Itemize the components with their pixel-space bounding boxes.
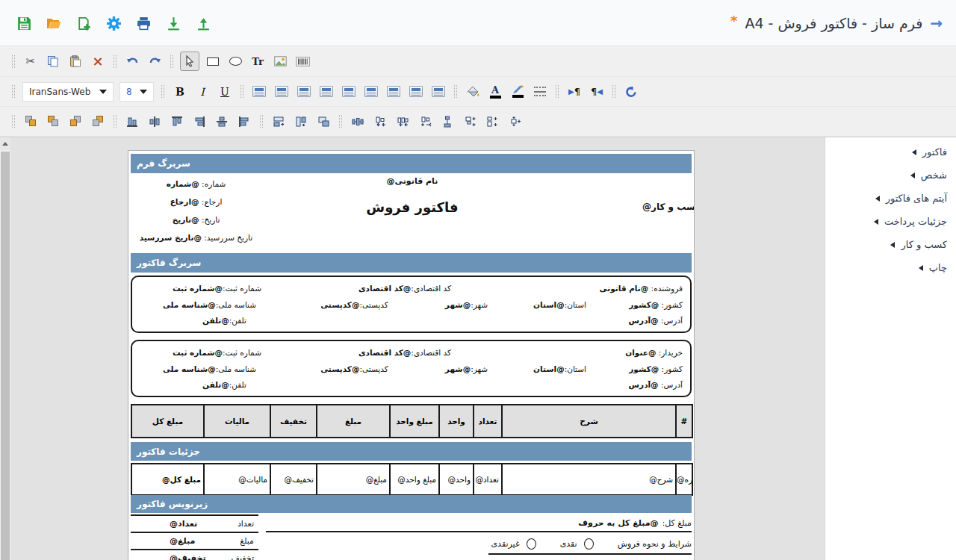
settings-button[interactable]	[99, 8, 128, 38]
align-bottom-edges-button[interactable]	[123, 113, 141, 130]
invoice-title[interactable]: فاکتور فروش	[297, 199, 528, 215]
buyer-registration-number[interactable]: شماره ثبت:@شماره ثبت	[134, 348, 300, 357]
font-color-button[interactable]: A	[486, 83, 504, 100]
invoice-page-canvas[interactable]: سربرگ فرم شماره: @شماره ارجاع: @ارجاع تا…	[128, 150, 695, 560]
seller-country[interactable]: کشور: @کشور	[610, 300, 689, 309]
scroll-up-button[interactable]	[0, 137, 10, 150]
increase-spacing-button[interactable]	[506, 113, 524, 130]
make-height-equal-button[interactable]	[394, 113, 412, 130]
make-same-height-button[interactable]	[292, 113, 310, 130]
col-header-description[interactable]: شرح	[501, 404, 675, 438]
align-bottom-left-button[interactable]	[385, 83, 403, 100]
field-reference[interactable]: ارجاع: @ارجاع	[134, 193, 258, 211]
total-in-words[interactable]: مبلغ کل: @مبلغ کل به حروف	[266, 514, 692, 532]
seller-name[interactable]: فروشنده: @نام قانونی	[509, 284, 689, 293]
scrollbar-thumb[interactable]	[1, 152, 10, 560]
col-header-unit-price[interactable]: مبلغ واحد	[389, 404, 438, 438]
toolbar-drag-handle[interactable]	[161, 85, 164, 98]
make-same-width-button[interactable]	[270, 113, 288, 130]
legal-name-placeholder[interactable]: @نام قانونی	[297, 176, 528, 186]
image-tool-button[interactable]	[271, 53, 289, 70]
align-middle-center-button[interactable]	[340, 83, 358, 100]
sale-terms-row[interactable]: شرایط و نحوه فروش نقدی غیرنقدی	[488, 535, 692, 555]
row-cell-total[interactable]: @مبلغ کل	[131, 463, 203, 496]
col-header-amount[interactable]: مبلغ	[316, 404, 389, 438]
send-to-back-button[interactable]	[89, 113, 107, 130]
select-tool-button[interactable]	[180, 52, 199, 71]
buyer-address[interactable]: آدرس: @آدرس	[315, 380, 689, 389]
toolbar-drag-handle[interactable]	[12, 55, 15, 68]
seller-info-box[interactable]: فروشنده: @نام قانونی کد اقتصادی:@کد اقتص…	[131, 276, 692, 333]
font-family-select[interactable]: IranSans-Web	[22, 82, 114, 102]
delete-button[interactable]: ×	[89, 53, 107, 70]
field-number[interactable]: شماره: @شماره	[134, 175, 258, 193]
toolbar-drag-handle[interactable]	[612, 85, 615, 98]
sidebar-item-print[interactable]: چاپ	[825, 256, 947, 279]
items-table-row[interactable]: @شماره @شرح @تعداد @واحد @مبلغ واحد @مبل…	[131, 463, 693, 496]
seller-national-id[interactable]: شناسه ملی:@شناسه ملی	[134, 300, 285, 309]
center-vertical-button[interactable]	[213, 113, 231, 130]
toolbar-drag-handle[interactable]	[454, 85, 457, 98]
col-header-discount[interactable]: تخفیف	[270, 404, 316, 438]
cut-button[interactable]: ✂	[22, 53, 40, 70]
row-cell-tax[interactable]: @مالیات	[203, 463, 270, 496]
seller-city[interactable]: شهر:@شهر	[423, 300, 509, 309]
col-header-quantity[interactable]: تعداد	[473, 404, 501, 438]
sidebar-item-business[interactable]: کسب و کار	[825, 233, 947, 256]
field-date[interactable]: تاریخ: @تاریخ	[134, 211, 258, 228]
refresh-button[interactable]	[622, 83, 640, 100]
buyer-info-box[interactable]: خریدار: @عنوان کد اقتصادی:@کد اقتصادی شم…	[131, 340, 692, 397]
align-left-edges-button[interactable]	[235, 113, 253, 130]
upload-button[interactable]	[188, 8, 218, 38]
section-band-form-header[interactable]: سربرگ فرم	[131, 154, 692, 173]
toolbar-drag-handle[interactable]	[556, 85, 559, 98]
buyer-phone[interactable]: تلفن:@تلفن	[134, 380, 315, 389]
rtl-paragraph-button[interactable]: ¶◀	[588, 83, 606, 100]
business-logo-placeholder[interactable]: @لوگوی کسب و کار	[642, 202, 695, 212]
buyer-title[interactable]: خریدار: @عنوان	[509, 348, 689, 357]
redo-button[interactable]	[146, 53, 164, 70]
form-header-fields[interactable]: شماره: @شماره ارجاع: @ارجاع تاریخ: @تاری…	[134, 175, 258, 246]
row-cell-discount[interactable]: @تخفیف	[270, 463, 316, 496]
borders-button[interactable]	[531, 83, 549, 100]
increase-horizontal-spacing-button[interactable]	[461, 113, 479, 130]
align-bottom-right-button[interactable]	[429, 83, 447, 100]
footer-total-amount[interactable]: مبلغ@مبلغ	[131, 533, 258, 550]
row-cell-unit[interactable]: @واحد	[438, 463, 473, 496]
underline-button[interactable]: U	[216, 83, 234, 100]
save-button[interactable]	[9, 8, 39, 38]
buyer-national-id[interactable]: شناسه ملی:@شناسه ملی	[134, 364, 285, 373]
toolbar-drag-handle[interactable]	[114, 115, 117, 128]
make-size-equal-button[interactable]	[416, 113, 434, 130]
seller-address[interactable]: آدرس: @آدرس	[315, 316, 689, 325]
align-middle-left-button[interactable]	[317, 83, 335, 100]
italic-button[interactable]: I	[193, 83, 211, 100]
back-arrow-icon[interactable]: →	[930, 14, 943, 32]
ltr-paragraph-button[interactable]: ▶¶	[565, 83, 583, 100]
center-in-page-button[interactable]	[438, 113, 456, 130]
footer-total-discount[interactable]: تخفیف@تخفیف	[131, 550, 258, 560]
vertical-scrollbar[interactable]	[0, 137, 10, 560]
toolbar-drag-handle[interactable]	[170, 55, 173, 68]
seller-phone[interactable]: تلفن:@تلفن	[134, 316, 315, 325]
toolbar-drag-handle[interactable]	[240, 85, 243, 98]
paste-button[interactable]	[66, 53, 84, 70]
buyer-country[interactable]: کشور: @کشور	[610, 364, 689, 373]
align-middle-right-button[interactable]	[362, 83, 380, 100]
field-due-date[interactable]: تاریخ سررسید: @تاریخ سررسید	[134, 228, 258, 246]
section-band-invoice-header[interactable]: سربرگ فاکتور	[131, 253, 692, 273]
row-cell-amount[interactable]: @مبلغ	[316, 463, 389, 496]
send-backward-button[interactable]	[44, 113, 62, 130]
toolbar-drag-handle[interactable]	[114, 55, 117, 68]
buyer-province[interactable]: استان:@استان	[509, 364, 610, 373]
non-cash-radio[interactable]	[527, 538, 536, 550]
seller-registration-number[interactable]: شماره ثبت:@شماره ثبت	[134, 284, 300, 293]
seller-economic-code[interactable]: کد اقتصادی:@کد اقتصادی	[300, 284, 509, 293]
col-header-total[interactable]: مبلغ کل	[131, 404, 203, 438]
undo-button[interactable]	[123, 53, 141, 70]
toolbar-drag-handle[interactable]	[12, 85, 15, 98]
make-width-equal-button[interactable]	[371, 113, 389, 130]
buyer-economic-code[interactable]: کد اقتصادی:@کد اقتصادی	[300, 348, 509, 357]
ellipse-tool-button[interactable]	[226, 53, 244, 70]
font-size-select[interactable]: 8	[120, 82, 154, 102]
